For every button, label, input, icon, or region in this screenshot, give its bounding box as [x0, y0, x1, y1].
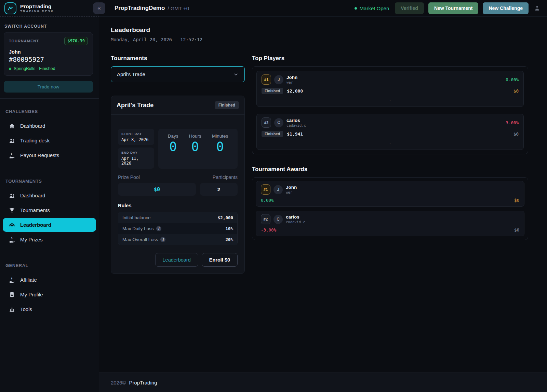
page-content: Leaderboard Monday, April 20, 2026 — 12:…	[99, 17, 547, 373]
account-status-text: SpringBulls · Finished	[14, 66, 55, 71]
tournament-select[interactable]: April's Trade	[111, 66, 245, 82]
sidebar-item-my-prizes[interactable]: $ My Prizes	[3, 233, 96, 247]
svg-text:$: $	[11, 277, 12, 280]
sidebar-item-tools[interactable]: Tools	[3, 302, 96, 316]
nav-section-challenges: CHALLENGES	[5, 109, 93, 114]
market-status: Market Open	[355, 5, 389, 11]
payout-hand-icon: $	[9, 236, 15, 243]
sidebar-item-label: Dashboard	[20, 123, 45, 129]
verified-button[interactable]: Verified	[395, 2, 424, 14]
market-open-dot-icon	[355, 7, 357, 10]
countdown-hours-value: 0	[189, 139, 201, 154]
award-pnl: 0.00%	[261, 198, 274, 203]
sidebar-collapse-button[interactable]: «	[93, 2, 105, 14]
sidebar-item-tournaments[interactable]: Tournaments	[3, 203, 96, 217]
participants-value: 2	[200, 183, 238, 196]
footer: 2026© PropTrading	[99, 373, 547, 392]
award-player-username: cadavid.c	[286, 220, 305, 224]
player-row-2[interactable]: #2 C carlos cadavid.c -3.00% Finished	[256, 114, 524, 150]
avatar: C	[274, 215, 283, 224]
award-player-name: carlos	[286, 214, 305, 220]
footer-brand: PropTrading	[129, 380, 157, 386]
prize-pool-label: Prize Pool	[118, 174, 140, 180]
rule-label: Max Daily Lossi	[122, 226, 161, 231]
sidebar-nav: CHALLENGES Dashboard Trading desk $ Payo…	[0, 98, 99, 317]
payout-hand-icon: $	[9, 152, 15, 158]
leaderboard-group-icon	[9, 222, 15, 228]
countdown-minutes-value: 0	[212, 139, 228, 154]
countdown-box: Days 0 Hours 0 Minutes 0	[158, 129, 238, 169]
prize-pool-value: $0	[118, 183, 196, 196]
avatar: J	[274, 185, 283, 194]
rule-value: 20%	[225, 237, 233, 242]
rule-row-max-daily-loss: Max Daily Lossi 10%	[118, 223, 237, 234]
player-pnl: -3.00%	[503, 120, 519, 125]
svg-text:$: $	[11, 237, 12, 240]
player-status-badge: Finished	[262, 88, 283, 94]
participants-label: Participants	[213, 174, 238, 180]
sidebar-item-label: Payout Requests	[20, 152, 59, 158]
sidebar-item-payout-requests[interactable]: $ Payout Requests	[3, 148, 96, 162]
player-balance: $1,941	[287, 131, 303, 137]
start-day-box: START DAY Apr 8, 2026	[118, 129, 154, 145]
account-number: #80095927	[9, 56, 88, 63]
top-header: « PropTradingDemo / GMT +0 Market Open V…	[99, 0, 547, 17]
account-card[interactable]: TOURNAMENT $970.39 John #80095927 Spring…	[4, 32, 93, 76]
trade-now-button[interactable]: Trade now	[4, 81, 93, 93]
account-name: John	[9, 49, 88, 55]
sidebar-item-label: Trading desk	[20, 138, 50, 143]
sidebar-item-trading-desk[interactable]: Trading desk	[3, 134, 96, 148]
app-logo-icon	[4, 2, 16, 14]
sidebar-item-label: Tournaments	[20, 207, 50, 213]
new-challenge-button[interactable]: New Challenge	[483, 2, 529, 14]
users-icon	[9, 192, 15, 199]
countdown-days-value: 0	[168, 139, 178, 154]
sidebar-item-my-profile[interactable]: My Profile	[3, 288, 96, 302]
sidebar-item-challenges-dashboard[interactable]: Dashboard	[3, 119, 96, 133]
end-day-value: Apr 11, 2026	[121, 156, 151, 166]
new-tournament-button[interactable]: New Tournament	[428, 2, 479, 14]
award-player-name: John	[286, 185, 297, 190]
tournament-card-title: April's Trade	[117, 102, 154, 109]
workspace-title: PropTradingDemo	[115, 5, 165, 12]
award-prize: $0	[514, 227, 519, 233]
player-prize: $0	[513, 88, 519, 94]
player-pnl: 0.00%	[506, 77, 519, 82]
sidebar-item-leaderboard[interactable]: Leaderboard	[3, 218, 96, 232]
player-username: wer	[286, 80, 297, 84]
player-name: John	[286, 75, 297, 80]
user-profile-icon[interactable]	[534, 5, 540, 11]
bar-chart-icon	[9, 306, 15, 312]
tournament-select-value: April's Trade	[117, 71, 145, 77]
tournaments-section-title: Tournaments	[111, 55, 245, 62]
sidebar-item-label: Affiliate	[20, 277, 37, 283]
sidebar-item-label: My Prizes	[20, 237, 43, 242]
tournament-description-placeholder: –	[118, 120, 238, 125]
sidebar-brand: PropTrading TRADING DESK	[0, 0, 99, 17]
rule-value: $2,000	[218, 215, 233, 220]
status-dot-icon	[9, 68, 11, 70]
info-icon[interactable]: i	[156, 226, 161, 231]
leaderboard-button[interactable]: Leaderboard	[155, 253, 198, 267]
info-icon[interactable]: i	[160, 237, 165, 242]
start-day-value: Apr 8, 2026	[121, 137, 151, 142]
rule-label: Initial balance	[122, 215, 151, 220]
countdown-hours-label: Hours	[189, 134, 201, 139]
id-card-icon	[9, 291, 15, 298]
avatar: C	[274, 118, 283, 127]
award-row-1: #1 J John wer 0.00% $0	[256, 181, 524, 207]
enroll-button[interactable]: Enroll $0	[202, 253, 238, 267]
sidebar-item-tournaments-dashboard[interactable]: Dashboard	[3, 188, 96, 202]
rule-value: 10%	[225, 226, 233, 231]
nav-section-tournaments: TOURNAMENTS	[5, 179, 93, 184]
rank-badge: #1	[261, 184, 270, 195]
timezone-label: / GMT +0	[168, 5, 189, 11]
sidebar-item-affiliate[interactable]: $ Affiliate	[3, 273, 96, 287]
player-placeholder: -.-	[262, 94, 519, 104]
player-row-1[interactable]: #1 J John wer 0.00% Finished $2,000	[256, 71, 524, 107]
sidebar: PropTrading TRADING DESK SWITCH ACCOUNT …	[0, 0, 99, 392]
users-icon	[9, 137, 15, 144]
rule-label: Max Overall Lossi	[122, 237, 165, 242]
rules-title: Rules	[118, 203, 238, 208]
award-prize: $0	[514, 198, 519, 203]
